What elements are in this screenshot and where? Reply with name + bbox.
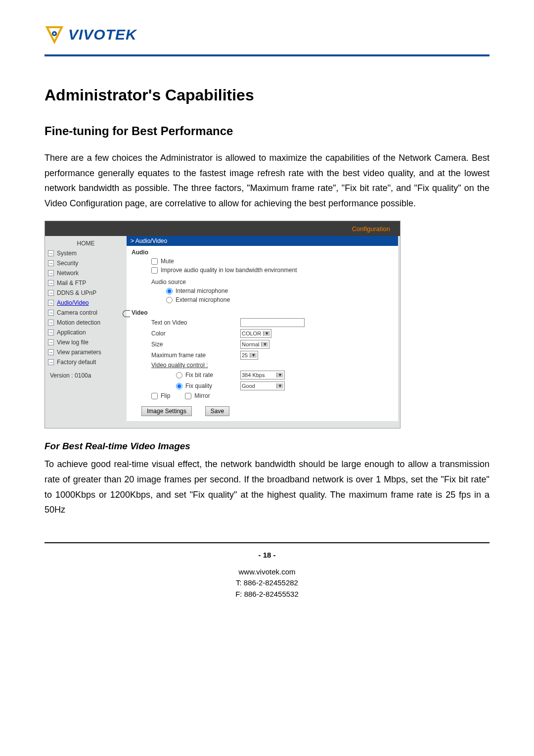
chevron-down-icon: ▼ [250, 353, 257, 358]
image-settings-button[interactable]: Image Settings [141, 406, 192, 416]
nav-system[interactable]: →System [47, 248, 125, 258]
save-button[interactable]: Save [205, 406, 229, 416]
subsection-heading: For Best Real-time Video Images [44, 441, 490, 452]
sidebar-nav: HOME →System →Security →Network →Mail & … [45, 236, 127, 386]
footer-fax: F: 886-2-82455532 [44, 589, 490, 600]
video-quality-control-label: Video quality control : [151, 362, 240, 369]
nav-application[interactable]: →Application [47, 328, 125, 337]
nav-network[interactable]: →Network [47, 268, 125, 278]
size-select[interactable]: Normal▼ [240, 340, 269, 349]
audio-source-label: Audio source [132, 279, 393, 285]
mirror-checkbox[interactable] [185, 393, 191, 399]
nav-ddns-upnp[interactable]: →DDNS & UPnP [47, 288, 125, 298]
audio-section-title: Audio [132, 249, 393, 256]
fix-bit-rate-select[interactable]: 384 Kbps▼ [240, 371, 285, 379]
nav-view-log-file[interactable]: →View log file [47, 337, 125, 347]
mute-label: Mute [161, 258, 174, 265]
svg-point-1 [53, 33, 55, 35]
expand-icon[interactable]: → [48, 339, 54, 345]
header-divider [44, 54, 490, 56]
nav-camera-control[interactable]: →Camera control [47, 308, 125, 318]
improve-audio-label: Improve audio quality in low bandwidth e… [161, 267, 297, 274]
external-mic-radio[interactable] [166, 297, 173, 303]
footer-divider [44, 542, 490, 543]
expand-icon[interactable]: → [48, 320, 54, 326]
footer-tel: T: 886-2-82455282 [44, 577, 490, 589]
subsection-paragraph: To achieve good real-time visual effect,… [44, 457, 490, 517]
fix-bit-rate-label: Fix bit rate [185, 372, 213, 378]
fix-quality-radio[interactable] [176, 383, 182, 389]
nav-mail-ftp[interactable]: →Mail & FTP [47, 278, 125, 288]
logo-header: VIVOTEK [44, 25, 490, 45]
text-on-video-input[interactable] [240, 318, 305, 327]
color-label: Color [151, 330, 240, 337]
mirror-label: Mirror [194, 392, 210, 399]
expand-icon[interactable]: → [48, 250, 54, 256]
external-mic-row: External microphone [166, 296, 393, 303]
expand-icon[interactable]: → [48, 310, 54, 316]
external-mic-label: External microphone [176, 296, 230, 303]
intro-paragraph: There are a few choices the Administrato… [44, 150, 490, 211]
chevron-down-icon: ▼ [263, 331, 270, 336]
nav-home[interactable]: HOME [47, 238, 125, 248]
vivotek-logo-icon [44, 25, 64, 45]
improve-audio-checkbox[interactable] [151, 267, 158, 274]
chevron-down-icon: ▼ [276, 383, 283, 388]
internal-mic-radio[interactable] [166, 288, 173, 294]
max-frame-rate-select[interactable]: 25▼ [240, 351, 258, 360]
internal-mic-label: Internal microphone [176, 287, 228, 294]
screenshot-header-bar: Configuration [45, 221, 400, 236]
flip-label: Flip [161, 392, 170, 399]
nav-view-parameters[interactable]: →View parameters [47, 347, 125, 357]
page-title: Administrator's Capabilities [44, 86, 490, 104]
color-select[interactable]: COLOR▼ [240, 329, 271, 338]
expand-icon[interactable]: → [48, 330, 54, 335]
fix-bit-rate-radio[interactable] [176, 372, 182, 378]
fix-quality-select[interactable]: Good▼ [240, 381, 285, 390]
nav-motion-detection[interactable]: →Motion detection [47, 318, 125, 328]
expand-icon[interactable]: → [48, 349, 54, 355]
max-frame-rate-label: Maximum frame rate [151, 352, 240, 359]
expand-icon[interactable]: → [48, 270, 54, 276]
mute-checkbox[interactable] [151, 258, 158, 265]
improve-audio-row: Improve audio quality in low bandwidth e… [151, 267, 393, 274]
version-label: Version : 0100a [47, 367, 125, 384]
expand-icon[interactable]: → [48, 300, 54, 306]
page-number: - 18 - [44, 551, 490, 559]
video-section-title: Video [132, 309, 393, 316]
size-label: Size [151, 341, 240, 348]
config-screenshot: Configuration HOME →System →Security →Ne… [44, 221, 400, 428]
expand-icon[interactable]: → [48, 359, 54, 365]
flip-checkbox[interactable] [151, 393, 158, 399]
content-panel: > Audio/Video Audio Mute Improve audio q… [127, 236, 398, 421]
nav-factory-default[interactable]: →Factory default [47, 357, 125, 367]
chevron-down-icon: ▼ [261, 342, 268, 347]
footer-url: www.vivotek.com [44, 567, 490, 578]
internal-mic-row: Internal microphone [166, 287, 393, 294]
configuration-label: Configuration [352, 225, 390, 233]
expand-icon[interactable]: → [48, 260, 54, 266]
expand-icon[interactable]: → [48, 280, 54, 286]
nav-security[interactable]: →Security [47, 258, 125, 268]
fix-quality-label: Fix quality [185, 382, 212, 389]
expand-icon[interactable]: → [48, 290, 54, 296]
logo-text: VIVOTEK [68, 26, 137, 43]
mute-row: Mute [151, 258, 393, 265]
footer-info: www.vivotek.com T: 886-2-82455282 F: 886… [44, 567, 490, 600]
nav-audio-video[interactable]: →Audio/Video [47, 298, 125, 308]
section-heading: Fine-tuning for Best Performance [44, 124, 490, 138]
breadcrumb: > Audio/Video [127, 236, 398, 246]
text-on-video-label: Text on Video [151, 319, 240, 326]
chevron-down-icon: ▼ [276, 373, 283, 378]
